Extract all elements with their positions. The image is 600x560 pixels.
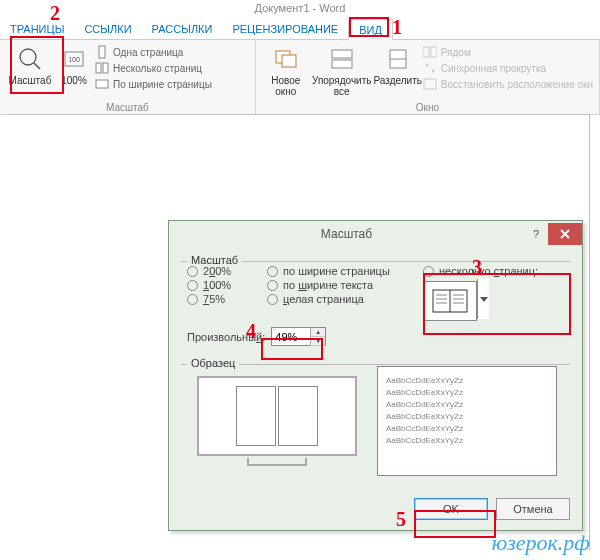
reset-pos-icon (422, 77, 438, 91)
one-page-button[interactable]: Одна страница (94, 45, 212, 59)
spinner-down-button[interactable]: ▼ (311, 337, 325, 346)
zoom-group: Масштаб 100 100% Одна страница Несколько… (0, 40, 256, 114)
zoom-dialog: Масштаб ? Масштаб 200% 100% 75% по ширин… (168, 220, 583, 531)
pages-preview-button[interactable] (423, 281, 477, 321)
arrange-all-label: Упорядочить все (310, 75, 374, 97)
svg-rect-7 (96, 80, 108, 88)
tab-view[interactable]: ВИД (348, 19, 393, 40)
ok-button[interactable]: OK (414, 498, 488, 520)
reset-position-button: Восстановить расположение окн (422, 77, 593, 91)
new-window-icon (272, 45, 300, 73)
svg-rect-16 (424, 79, 436, 89)
tab-pages[interactable]: ТРАНИЦЫ (0, 19, 74, 39)
svg-rect-11 (332, 60, 352, 68)
custom-zoom-input[interactable] (272, 331, 310, 343)
svg-rect-5 (96, 63, 101, 73)
dialog-titlebar: Масштаб ? (169, 221, 582, 247)
sync-scroll-button: Синхронная прокрутка (422, 61, 593, 75)
svg-rect-4 (99, 46, 105, 58)
close-icon (559, 228, 571, 240)
tab-review[interactable]: РЕЦЕНЗИРОВАНИЕ (222, 19, 348, 39)
svg-point-0 (20, 49, 36, 65)
app-title: Документ1 - Word (0, 0, 600, 16)
svg-line-1 (34, 63, 40, 69)
sync-scroll-label: Синхронная прокрутка (441, 63, 546, 74)
radio-200[interactable]: 200% (187, 265, 267, 277)
pages-dropdown-button[interactable] (477, 279, 489, 319)
spinner-up-button[interactable]: ▲ (311, 328, 325, 337)
zoom-group-label: Масштаб (0, 102, 255, 113)
monitor-preview (187, 366, 367, 476)
arrange-icon (328, 45, 356, 73)
svg-rect-14 (423, 47, 429, 57)
side-by-side-button: Рядом (422, 45, 593, 59)
page-width-icon (94, 77, 110, 91)
multi-pages-button[interactable]: Несколько страниц (94, 61, 212, 75)
reset-pos-label: Восстановить расположение окн (441, 79, 593, 90)
dialog-title: Масштаб (169, 227, 524, 241)
svg-text:100: 100 (68, 56, 80, 63)
ribbon-tabs: ТРАНИЦЫ ССЫЛКИ РАССЫЛКИ РЕЦЕНЗИРОВАНИЕ В… (0, 16, 600, 40)
ribbon-content: Масштаб 100 100% Одна страница Несколько… (0, 40, 600, 115)
svg-rect-6 (103, 63, 108, 73)
tab-mailings[interactable]: РАССЫЛКИ (142, 19, 223, 39)
chevron-down-icon (480, 297, 488, 302)
text-preview: AaBbCcDdEeXxYyZz AaBbCcDdEeXxYyZz AaBbCc… (377, 366, 557, 476)
multi-pages-label: Несколько страниц (113, 63, 202, 74)
window-group: Новое окно Упорядочить все Разделить Ряд… (256, 40, 600, 114)
zoom-button-label: Масштаб (9, 75, 52, 86)
multi-pages-icon (94, 61, 110, 75)
cancel-button[interactable]: Отмена (496, 498, 570, 520)
new-window-label: Новое окно (262, 75, 310, 97)
split-label: Разделить (374, 75, 422, 86)
svg-rect-10 (332, 50, 352, 58)
custom-zoom-label: Произвольный: (187, 331, 265, 343)
radio-many-pages[interactable]: несколько страниц: (423, 265, 564, 277)
sync-scroll-icon (422, 61, 438, 75)
radio-text-width[interactable]: по ширине текста (267, 279, 417, 291)
side-by-side-label: Рядом (441, 47, 471, 58)
sample-legend: Образец (187, 357, 239, 369)
one-page-label: Одна страница (113, 47, 183, 58)
svg-rect-9 (282, 55, 296, 67)
radio-100[interactable]: 100% (187, 279, 267, 291)
page-width-button[interactable]: По ширине страницы (94, 77, 212, 91)
book-icon (432, 289, 468, 313)
zoom-fieldset: Масштаб 200% 100% 75% по ширине страницы… (181, 255, 570, 352)
dialog-help-button[interactable]: ? (524, 228, 548, 240)
tab-links[interactable]: ССЫЛКИ (74, 19, 141, 39)
split-icon (384, 45, 412, 73)
custom-zoom-spinner[interactable]: ▲ ▼ (271, 327, 326, 346)
magnifier-icon (16, 45, 44, 73)
one-page-icon (94, 45, 110, 59)
window-group-label: Окно (256, 102, 599, 113)
zoom-legend: Масштаб (187, 254, 242, 266)
hundred-icon: 100 (60, 45, 88, 73)
hundred-label: 100% (61, 75, 87, 86)
sample-fieldset: Образец AaBbCcDdEeXxYyZz AaBbCcDdEeXxYyZ… (181, 358, 570, 482)
radio-75[interactable]: 75% (187, 293, 267, 305)
side-by-side-icon (422, 45, 438, 59)
radio-whole-page[interactable]: целая страница (267, 293, 417, 305)
svg-rect-15 (431, 47, 437, 57)
page-width-label: По ширине страницы (113, 79, 212, 90)
radio-page-width[interactable]: по ширине страницы (267, 265, 417, 277)
dialog-close-button[interactable] (548, 223, 582, 245)
